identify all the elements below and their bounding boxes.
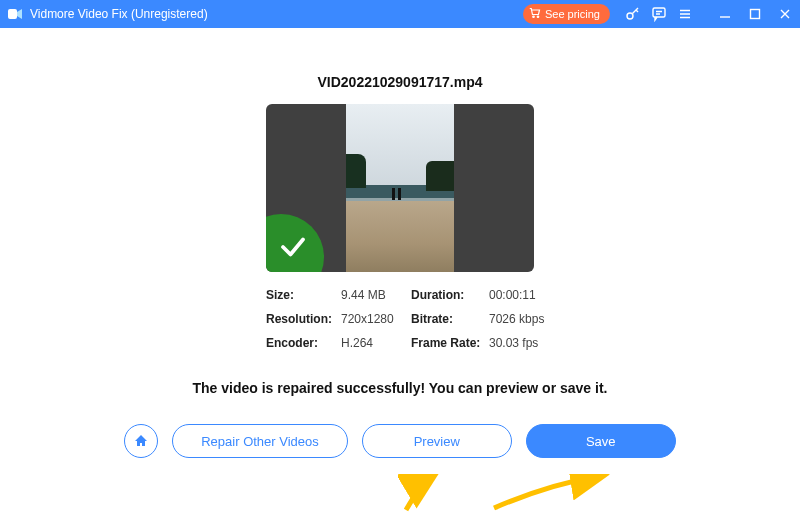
repair-other-label: Repair Other Videos	[201, 434, 319, 449]
success-message: The video is repaired successfully! You …	[193, 380, 608, 396]
resolution-value: 720x1280	[341, 312, 411, 326]
svg-point-1	[533, 16, 535, 18]
cart-icon	[529, 7, 541, 21]
home-button[interactable]	[124, 424, 158, 458]
feedback-icon[interactable]	[646, 0, 672, 28]
success-check-icon	[266, 214, 324, 272]
window-controls	[710, 0, 800, 28]
duration-value: 00:00:11	[489, 288, 559, 302]
see-pricing-label: See pricing	[545, 8, 600, 20]
framerate-label: Frame Rate:	[411, 336, 489, 350]
action-button-row: Repair Other Videos Preview Save	[124, 424, 676, 458]
preview-button[interactable]: Preview	[362, 424, 512, 458]
app-title: Vidmore Video Fix (Unregistered)	[30, 7, 208, 21]
duration-label: Duration:	[411, 288, 489, 302]
svg-rect-4	[653, 8, 665, 17]
save-label: Save	[586, 434, 616, 449]
encoder-label: Encoder:	[266, 336, 341, 350]
maximize-button[interactable]	[740, 0, 770, 28]
resolution-label: Resolution:	[266, 312, 341, 326]
size-value: 9.44 MB	[341, 288, 411, 302]
svg-rect-5	[751, 10, 760, 19]
metadata-grid: Size: 9.44 MB Duration: 00:00:11 Resolut…	[266, 288, 534, 350]
save-button[interactable]: Save	[526, 424, 676, 458]
bitrate-label: Bitrate:	[411, 312, 489, 326]
svg-rect-0	[8, 9, 17, 19]
minimize-button[interactable]	[710, 0, 740, 28]
titlebar: Vidmore Video Fix (Unregistered) See pri…	[0, 0, 800, 28]
encoder-value: H.264	[341, 336, 411, 350]
svg-point-2	[537, 16, 539, 18]
see-pricing-button[interactable]: See pricing	[523, 4, 610, 24]
titlebar-left: Vidmore Video Fix (Unregistered)	[0, 5, 208, 23]
bitrate-value: 7026 kbps	[489, 312, 559, 326]
titlebar-right: See pricing	[523, 0, 800, 28]
close-button[interactable]	[770, 0, 800, 28]
app-logo-icon	[6, 5, 24, 23]
svg-point-3	[627, 13, 633, 19]
repair-other-videos-button[interactable]: Repair Other Videos	[172, 424, 348, 458]
framerate-value: 30.03 fps	[489, 336, 559, 350]
video-frame	[346, 104, 454, 272]
size-label: Size:	[266, 288, 341, 302]
menu-icon[interactable]	[672, 0, 698, 28]
preview-label: Preview	[414, 434, 460, 449]
main-content: VID20221029091717.mp4 Size: 9.44 MB Dura…	[0, 28, 800, 521]
key-icon[interactable]	[620, 0, 646, 28]
filename-label: VID20221029091717.mp4	[317, 74, 482, 90]
video-thumbnail	[266, 104, 534, 272]
